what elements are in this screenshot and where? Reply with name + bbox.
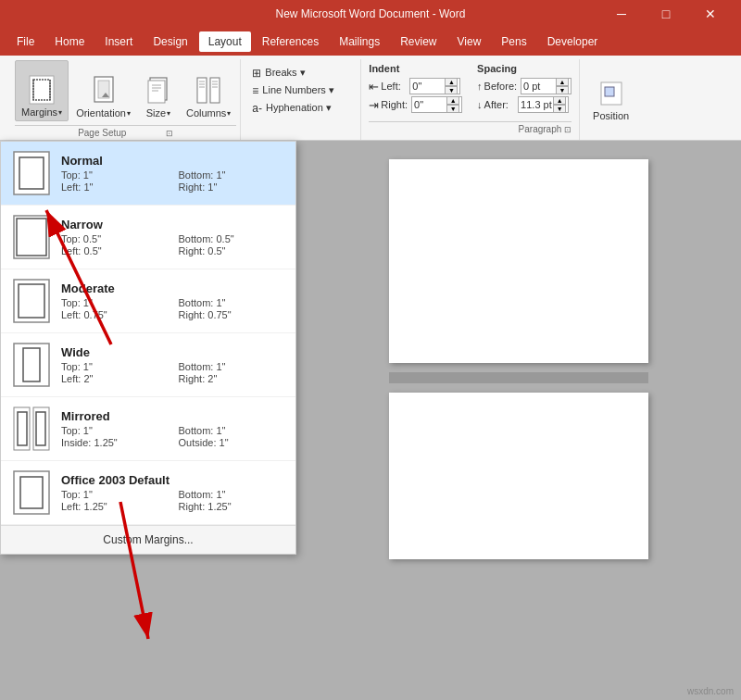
spacing-after-input[interactable]: 11.3 pt ▲ ▼ [518, 96, 569, 113]
margin-option-wide[interactable]: Wide Top: 1" Bottom: 1" Left: 2" Right: … [1, 333, 295, 397]
margin-option-narrow[interactable]: Narrow Top: 0.5" Bottom: 0.5" Left: 0.5"… [1, 206, 295, 269]
spacing-title: Spacing [477, 63, 571, 74]
menu-mailings[interactable]: Mailings [330, 31, 389, 52]
wide-bottom-label: Bottom: 1" [179, 361, 287, 372]
minimize-button[interactable]: ─ [600, 0, 643, 28]
menu-pens[interactable]: Pens [492, 31, 535, 52]
hyphenation-button[interactable]: a- Hyphenation ▾ [248, 100, 338, 117]
margin-option-office2003[interactable]: Office 2003 Default Top: 1" Bottom: 1" L… [1, 461, 295, 525]
wide-top-label: Top: 1" [61, 361, 170, 372]
indent-left-down[interactable]: ▼ [445, 86, 458, 94]
margin-mirrored-icon [10, 405, 52, 453]
spacing-after-row: ↓ After: 11.3 pt ▲ ▼ [477, 96, 571, 113]
margins-label: Margins [21, 106, 57, 119]
svg-rect-23 [14, 216, 49, 258]
size-label: Size [146, 107, 166, 119]
position-button[interactable]: Position [587, 63, 634, 124]
breaks-group: ⊞ Breaks ▾ ≡ Line Numbers ▾ a- Hyphenati… [248, 59, 338, 125]
ribbon: Margins ▾ Orientation ▾ [0, 56, 741, 141]
spacing-after-icon: ↓ [477, 99, 483, 110]
columns-button[interactable]: Columns ▾ [181, 60, 236, 121]
spacing-before-input[interactable]: 0 pt ▲ ▼ [521, 78, 571, 94]
wide-right-label: Right: 2" [179, 373, 287, 384]
spacing-before-up[interactable]: ▲ [556, 78, 569, 86]
menu-bar: File Home Insert Design Layout Reference… [0, 28, 741, 56]
office2003-top-label: Top: 1" [61, 489, 170, 500]
margin-option-mirrored[interactable]: Mirrored Top: 1" Bottom: 1" Inside: 1.25… [1, 397, 295, 461]
menu-developer[interactable]: Developer [538, 31, 608, 52]
line-numbers-button[interactable]: ≡ Line Numbers ▾ [248, 82, 338, 99]
indent-left-input[interactable]: 0" ▲ ▼ [409, 78, 460, 94]
menu-view[interactable]: View [448, 31, 491, 52]
indent-right-spinners: ▲ ▼ [446, 96, 459, 113]
columns-label: Columns [186, 107, 226, 119]
orientation-label: Orientation [76, 107, 126, 119]
office2003-left-label: Left: 1.25" [61, 501, 170, 512]
spacing-after-spinners: ▲ ▼ [553, 96, 566, 113]
moderate-bottom-label: Bottom: 1" [179, 297, 287, 308]
margin-wide-name: Wide [61, 345, 286, 359]
margin-normal-name: Normal [61, 154, 286, 168]
maximize-button[interactable]: □ [645, 0, 687, 28]
menu-home[interactable]: Home [45, 31, 94, 52]
narrow-bottom-label: Bottom: 0.5" [179, 233, 287, 244]
orientation-button[interactable]: Orientation ▾ [70, 60, 136, 121]
office2003-right-label: Right: 1.25" [179, 501, 287, 512]
indent-left-value: 0" [412, 81, 445, 92]
mirrored-bottom-label: Bottom: 1" [179, 425, 287, 436]
margin-wide-details: Top: 1" Bottom: 1" Left: 2" Right: 2" [61, 361, 286, 384]
indent-right-icon: ⇥ [369, 98, 379, 112]
margin-moderate-info: Moderate Top: 1" Bottom: 1" Left: 0.75" … [61, 281, 286, 320]
narrow-left-label: Left: 0.5" [61, 245, 170, 256]
margin-option-moderate[interactable]: Moderate Top: 1" Bottom: 1" Left: 0.75" … [1, 269, 295, 333]
close-button[interactable]: ✕ [689, 0, 732, 28]
menu-design[interactable]: Design [144, 31, 196, 52]
orientation-icon [89, 76, 119, 106]
margins-dropdown-panel: Normal Top: 1" Bottom: 1" Left: 1" Right… [0, 141, 296, 555]
indent-right-input[interactable]: 0" ▲ ▼ [411, 96, 462, 113]
orientation-dropdown-arrow: ▾ [127, 109, 131, 118]
custom-margins-button[interactable]: Custom Margins... [1, 525, 295, 554]
menu-layout[interactable]: Layout [199, 31, 251, 52]
margin-office2003-info: Office 2003 Default Top: 1" Bottom: 1" L… [61, 473, 286, 512]
margin-mirrored-details: Top: 1" Bottom: 1" Inside: 1.25" Outside… [61, 425, 286, 448]
indent-spacing-fields: Indent ⇤ Left: 0" ▲ ▼ [369, 63, 571, 113]
office2003-bottom-label: Bottom: 1" [179, 489, 287, 500]
margin-moderate-name: Moderate [61, 281, 286, 295]
menu-references[interactable]: References [253, 31, 328, 52]
document-page-1 [389, 159, 648, 363]
margin-narrow-details: Top: 0.5" Bottom: 0.5" Left: 0.5" Right:… [61, 233, 286, 256]
breaks-button[interactable]: ⊞ Breaks ▾ [248, 65, 338, 81]
spacing-before-row: ↑ Before: 0 pt ▲ ▼ [477, 78, 571, 94]
ribbon-group-page-setup: Margins ▾ Orientation ▾ [7, 59, 241, 140]
columns-dropdown-arrow: ▾ [227, 109, 231, 118]
indent-right-row: ⇥ Right: 0" ▲ ▼ [369, 96, 462, 113]
custom-margins-label: Custom Margins... [103, 533, 193, 546]
indent-right-up[interactable]: ▲ [446, 96, 459, 105]
spacing-after-text: After: [484, 99, 509, 110]
spacing-before-down[interactable]: ▼ [556, 86, 569, 94]
margin-normal-details: Top: 1" Bottom: 1" Left: 1" Right: 1" [61, 169, 286, 193]
indent-left-label: ⇤ Left: [369, 80, 406, 94]
line-numbers-icon: ≡ [252, 84, 258, 97]
indent-right-down[interactable]: ▼ [446, 105, 459, 113]
margin-moderate-icon [10, 277, 52, 325]
size-icon [144, 76, 173, 106]
indent-left-spinners: ▲ ▼ [445, 78, 458, 94]
margin-option-normal[interactable]: Normal Top: 1" Bottom: 1" Left: 1" Right… [1, 142, 295, 206]
indent-left-up[interactable]: ▲ [445, 78, 458, 86]
normal-right-label: Right: 1" [179, 181, 287, 193]
menu-insert[interactable]: Insert [95, 31, 142, 52]
wide-left-label: Left: 2" [61, 373, 170, 384]
menu-file[interactable]: File [7, 31, 44, 52]
margin-office2003-icon [10, 469, 52, 517]
spacing-after-down[interactable]: ▼ [553, 105, 566, 113]
margin-wide-icon [10, 341, 52, 389]
margins-icon [27, 75, 57, 105]
spacing-after-up[interactable]: ▲ [553, 96, 566, 105]
line-numbers-label: Line Numbers ▾ [262, 84, 334, 96]
size-button[interactable]: Size ▾ [138, 60, 179, 121]
margins-button[interactable]: Margins ▾ [15, 60, 69, 121]
breaks-label: Breaks ▾ [265, 67, 305, 79]
menu-review[interactable]: Review [391, 31, 446, 52]
